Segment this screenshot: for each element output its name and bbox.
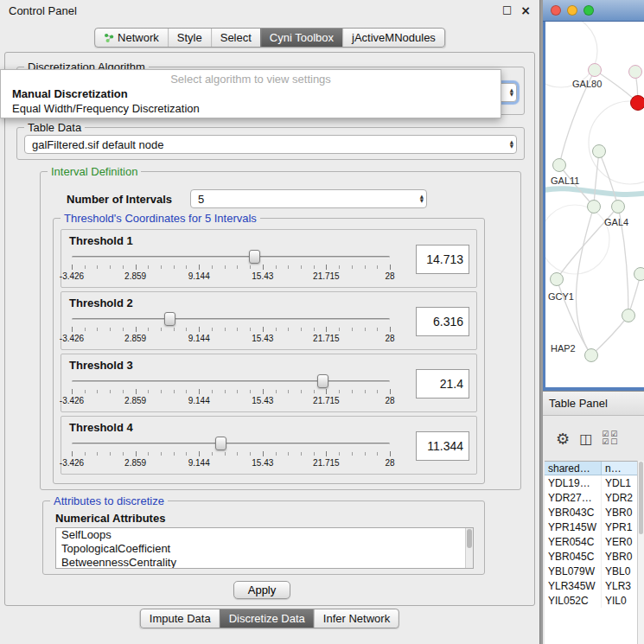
table-row[interactable]: YBL079WYBL0 — [545, 564, 637, 578]
table-scrollbar-thumb[interactable] — [639, 462, 643, 534]
slider-major-tick — [390, 327, 391, 332]
network-node[interactable] — [611, 200, 625, 214]
table-row[interactable]: YIL052CYIL0 — [545, 593, 637, 608]
table-toolbar: ⚙ ◫ ☑☑☑☐ — [543, 416, 644, 461]
show-columns-icon[interactable]: ◫ — [579, 430, 592, 447]
minimize-traffic-light-icon[interactable] — [567, 5, 577, 16]
slider-track[interactable] — [72, 380, 390, 383]
apply-button[interactable]: Apply — [233, 581, 290, 599]
network-node[interactable] — [592, 144, 606, 158]
table-scrollbar[interactable] — [637, 461, 644, 644]
interval-definition-group-label: Interval Definition — [48, 165, 141, 178]
checkbox-icon[interactable]: ☑ — [602, 438, 610, 446]
slider-track[interactable] — [72, 256, 390, 258]
algorithm-option[interactable]: Manual Discretization — [1, 86, 501, 101]
table-row[interactable]: YPR145WYPR1 — [545, 520, 637, 534]
threshold-value-field[interactable]: 14.713 — [416, 245, 469, 274]
table-cell: YIL052C — [545, 593, 602, 608]
list-scrollbar[interactable] — [465, 528, 473, 568]
slider-track[interactable] — [72, 443, 390, 445]
network-node[interactable] — [630, 95, 644, 111]
network-node[interactable] — [552, 158, 566, 172]
number-of-intervals-value: 5 — [198, 193, 204, 206]
tab-impute-data[interactable]: Impute Data — [141, 609, 220, 628]
combo-stepper-icon: ▲▼ — [420, 194, 424, 203]
network-node[interactable] — [584, 348, 598, 362]
tab-jactivemnodules[interactable]: jActiveMNodules — [342, 29, 444, 47]
network-node[interactable] — [588, 63, 602, 77]
tab-label: Discretize Data — [229, 612, 305, 625]
slider-tick-label: 9.144 — [188, 458, 210, 468]
close-traffic-light-icon[interactable] — [551, 5, 561, 16]
tab-network[interactable]: Network — [95, 29, 168, 47]
slider-thumb[interactable] — [215, 437, 226, 450]
slider-thumb[interactable] — [164, 312, 175, 326]
slider-major-tick — [390, 451, 391, 456]
column-header[interactable]: shared… — [545, 462, 602, 475]
threshold-slider[interactable]: -3.4262.8599.14415.4321.71528 — [72, 311, 390, 348]
network-node[interactable] — [628, 65, 642, 79]
table-cell: YBR0 — [602, 505, 637, 520]
network-window-titlebar[interactable] — [543, 0, 644, 22]
numerical-attributes-list[interactable]: SelfLoopsTopologicalCoefficientBetweenne… — [55, 527, 474, 569]
slider-major-tick — [136, 451, 137, 456]
table-row[interactable]: YBR045CYBR0 — [545, 549, 637, 564]
slider-tick-label: 15.43 — [252, 271, 273, 281]
network-node[interactable] — [622, 309, 635, 322]
tab-style[interactable]: Style — [168, 29, 211, 47]
table-cell: YBR043C — [545, 505, 602, 520]
slider-track[interactable] — [72, 318, 390, 321]
tab-discretize-data[interactable]: Discretize Data — [220, 609, 314, 628]
algorithm-option[interactable]: Equal Width/Frequency Discretization — [1, 101, 501, 116]
network-node[interactable] — [550, 272, 564, 286]
attribute-items: SelfLoopsTopologicalCoefficientBetweenne… — [56, 528, 473, 569]
network-view-window: GAL80GAL11GAL4GCY1HAP2 — [543, 0, 644, 391]
zoom-traffic-light-icon[interactable] — [583, 5, 594, 16]
slider-thumb[interactable] — [317, 374, 328, 388]
table-cell: YBR0 — [602, 549, 637, 564]
node-table: shared…n… YDL19…YDL1YDR27…YDR2YBR043CYBR… — [545, 461, 637, 644]
slider-tick-label: -3.426 — [60, 458, 84, 468]
table-panel-header: Table Panel — [543, 391, 644, 416]
slider-thumb[interactable] — [249, 250, 260, 264]
node-label: GAL4 — [604, 217, 628, 227]
threshold-value-field[interactable]: 11.344 — [416, 431, 469, 461]
slider-major-tick — [326, 327, 327, 332]
control-panel-content: Discretization Algorithm ▲▼ Table Data g… — [4, 52, 535, 606]
slider-tick-label: -3.426 — [60, 334, 84, 343]
table-row[interactable]: YDR27…YDR2 — [545, 490, 637, 505]
tab-label: Network — [118, 31, 159, 44]
tab-select[interactable]: Select — [211, 29, 260, 47]
table-row[interactable]: YER054CYER0 — [545, 534, 637, 549]
table-data-combobox[interactable]: galFiltered.sif default node ▲▼ — [24, 135, 517, 154]
network-node[interactable] — [587, 200, 601, 214]
settings-gear-icon[interactable]: ⚙ — [556, 430, 570, 448]
network-canvas[interactable]: GAL80GAL11GAL4GCY1HAP2 — [545, 22, 644, 387]
threshold-label: Threshold 4 — [69, 421, 133, 434]
table-row[interactable]: YDL19…YDL1 — [545, 475, 637, 490]
threshold-slider[interactable]: -3.4262.8599.14415.4321.71528 — [72, 373, 390, 410]
row-selection-icons[interactable]: ☑☑☑☐ — [602, 430, 619, 446]
threshold-value-field[interactable]: 21.4 — [416, 369, 469, 399]
slider-tick-label: 21.715 — [313, 271, 340, 281]
threshold-value-field[interactable]: 6.316 — [416, 307, 469, 336]
list-scrollbar-thumb[interactable] — [467, 529, 472, 548]
network-node[interactable] — [634, 267, 644, 281]
table-row[interactable]: YBR043CYBR0 — [545, 505, 637, 520]
tab-infer-network[interactable]: Infer Network — [314, 609, 399, 628]
table-row[interactable]: YLR345WYLR3 — [545, 578, 637, 593]
tab-cyni-toolbox[interactable]: Cyni Toolbox — [260, 29, 342, 47]
float-window-icon[interactable]: □ — [502, 3, 512, 17]
threshold-slider[interactable]: -3.4262.8599.14415.4321.71528 — [72, 249, 390, 285]
close-window-icon[interactable]: × — [520, 3, 531, 17]
attribute-item[interactable]: TopologicalCoefficient — [56, 542, 473, 556]
column-header[interactable]: n… — [602, 462, 637, 475]
threshold-panel: Threshold 1-3.4262.8599.14415.4321.71528… — [61, 229, 477, 288]
threshold-slider[interactable]: -3.4262.8599.14415.4321.71528 — [72, 436, 390, 472]
number-of-intervals-combobox[interactable]: 5 ▲▼ — [190, 189, 427, 208]
checkbox-icon[interactable]: ☐ — [610, 438, 619, 446]
table-data-group: Table Data galFiltered.sif default node … — [16, 127, 525, 160]
attribute-item[interactable]: BetweennessCentrality — [56, 556, 473, 569]
slider-tick-label: 15.43 — [252, 334, 273, 343]
attribute-item[interactable]: SelfLoops — [56, 528, 473, 542]
